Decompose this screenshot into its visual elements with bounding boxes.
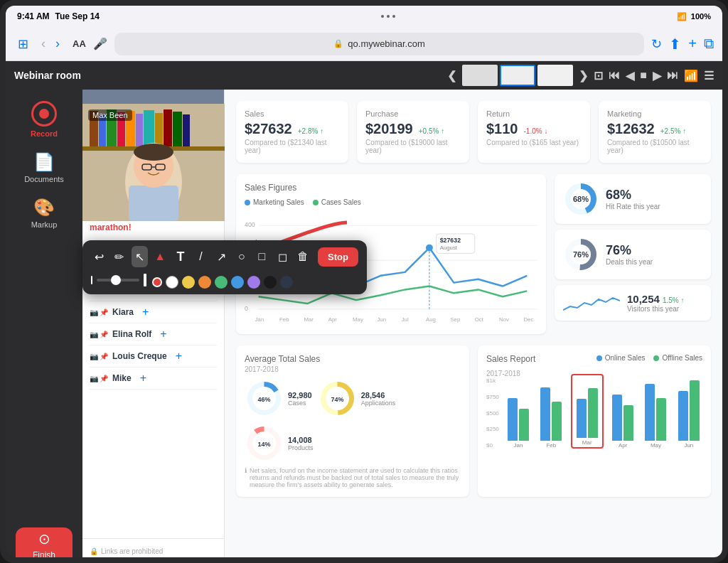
legend-dot-offline <box>653 355 659 361</box>
slide-thumb-2[interactable] <box>500 65 535 86</box>
products-label: Products <box>288 444 314 451</box>
color-white[interactable] <box>166 276 178 289</box>
color-red-small[interactable] <box>152 277 162 287</box>
bar-group-jan: Jan <box>505 377 532 449</box>
finish-icon: ⊙ <box>38 530 50 547</box>
add-participant-button[interactable]: + <box>140 372 146 385</box>
color-green[interactable] <box>215 276 228 289</box>
legend-dot-online <box>596 355 602 361</box>
lock-icon: 🔒 <box>333 39 343 48</box>
microphone-icon[interactable]: 🎤 <box>93 37 107 50</box>
sidebar-toggle-icon[interactable]: ⊞ <box>14 36 31 53</box>
back-button[interactable]: ‹ <box>38 35 48 53</box>
eraser-tool[interactable]: ◻ <box>274 246 291 267</box>
finish-button[interactable]: ⊙ Finish <box>16 527 73 563</box>
metric-info: 68% Hit Rate this year <box>606 188 702 210</box>
svg-rect-46 <box>183 114 190 146</box>
arrow-tool[interactable]: ↗ <box>213 246 230 267</box>
dot1 <box>381 15 384 18</box>
metric-pct: 76% <box>606 243 702 258</box>
p-icons: 📷 📌 <box>90 309 108 316</box>
slider-thumb[interactable] <box>111 275 121 285</box>
stat-change: +0.5% ↑ <box>419 127 444 135</box>
menu-icon[interactable]: ☰ <box>704 69 714 82</box>
svg-rect-44 <box>164 109 172 146</box>
slide-thumb-3[interactable] <box>537 65 573 86</box>
highlight-tool[interactable]: ▲ <box>152 246 168 267</box>
tabs-icon[interactable]: ⧉ <box>704 36 714 52</box>
color-black[interactable] <box>264 276 277 289</box>
svg-text:Aug: Aug <box>426 316 436 323</box>
right-stats: 68% 68% Hit Rate this year <box>555 174 711 334</box>
skip-back-icon[interactable]: ⏮ <box>609 69 620 82</box>
rectangle-tool[interactable]: □ <box>254 246 270 267</box>
pin-icon: 📌 <box>100 375 108 382</box>
bar-group-jun: Jun <box>675 377 702 449</box>
arrow-right-slides-icon[interactable]: ❯ <box>579 69 588 82</box>
undo-tool[interactable]: ↩ <box>91 246 107 267</box>
sidebar-item-documents[interactable]: 📄 Documents <box>16 146 73 189</box>
cases-count: 92,980 <box>288 391 312 400</box>
svg-text:Jan: Jan <box>255 316 264 323</box>
browser-actions: ⬆ + ⧉ <box>669 36 714 53</box>
arrow-left-slides-icon[interactable]: ❮ <box>447 69 456 82</box>
stat-card-purchase: Purchase $20199 +0.5% ↑ Compared to ($19… <box>357 101 469 163</box>
chat-input-area: 😊 ➤ <box>90 558 217 563</box>
url-bar[interactable]: 🔒 qo.mywebinar.com <box>114 33 645 55</box>
bar-label: Jan <box>514 442 523 449</box>
slider-track[interactable] <box>97 279 139 282</box>
bars <box>508 377 529 441</box>
svg-rect-49 <box>129 186 178 221</box>
add-participant-button[interactable]: + <box>176 350 182 363</box>
stat-sub: Compared to ($165 last year) <box>486 139 582 146</box>
refresh-icon[interactable]: ↻ <box>651 36 662 52</box>
markup-tools-row: ↩ ✏ ↖ ▲ T / ↗ ○ □ ◻ 🗑 Stop <box>91 246 358 267</box>
slide-thumb-1[interactable] <box>462 65 498 86</box>
text-tool[interactable]: T <box>173 246 189 267</box>
chat-area: 🔒 Links are prohibited 😊 ➤ <box>82 538 224 563</box>
p-icons: 📷 📌 <box>90 375 108 382</box>
donut-cases: 46% <box>245 379 284 418</box>
share-icon[interactable]: ⬆ <box>669 36 681 53</box>
stop-button[interactable]: Stop <box>318 247 358 267</box>
color-purple[interactable] <box>247 276 260 289</box>
cursor-tool[interactable]: ↖ <box>132 246 148 267</box>
play-icon[interactable]: ▶ <box>653 69 661 82</box>
circle-tool[interactable]: ○ <box>233 246 250 267</box>
svg-text:Mar: Mar <box>304 316 314 323</box>
stat-card-return: Return $110 -1.0% ↓ Compared to ($165 la… <box>478 101 590 163</box>
delete-tool[interactable]: 🗑 <box>294 246 311 267</box>
bars <box>645 377 666 441</box>
stop-icon[interactable]: ■ <box>640 69 647 82</box>
screen-share-icon[interactable]: ⊡ <box>594 69 603 82</box>
list-item: 📷 📌 Louis Creque + <box>90 345 217 368</box>
bar-online <box>508 398 518 441</box>
signal-icon: 📶 <box>684 69 698 82</box>
metric-desc: Deals this year <box>606 258 702 266</box>
svg-point-51 <box>134 144 173 161</box>
color-yellow[interactable] <box>182 276 195 289</box>
add-tab-icon[interactable]: + <box>688 36 697 52</box>
skip-forward-icon[interactable]: ⏭ <box>667 69 678 82</box>
sidebar-item-markup[interactable]: 🎨 Markup <box>16 192 73 235</box>
color-dark[interactable] <box>280 276 293 289</box>
color-orange[interactable] <box>198 276 211 289</box>
browser-nav: ‹ › <box>38 35 63 53</box>
line-tool[interactable]: / <box>193 246 209 267</box>
forward-button[interactable]: › <box>53 35 63 53</box>
y-label: $750 <box>486 394 499 400</box>
play-prev-icon[interactable]: ◀ <box>626 69 634 82</box>
chart-info: Sales Report 2017-2018 <box>486 354 535 377</box>
avg-metric-applications: 74% 28,546 Applications <box>318 379 396 418</box>
svg-text:May: May <box>353 316 363 323</box>
add-participant-button[interactable]: + <box>160 328 166 341</box>
list-item: 📷 📌 Kiara + <box>90 301 217 323</box>
pen-tool[interactable]: ✏ <box>112 246 128 267</box>
svg-text:Jul: Jul <box>402 316 409 323</box>
dashboard: Sales $27632 +2.8% ↑ Compared to ($21340… <box>225 90 722 563</box>
color-blue[interactable] <box>231 276 244 289</box>
sidebar-item-record[interactable]: Record <box>16 95 73 144</box>
add-participant-button[interactable]: + <box>142 306 149 318</box>
cam-icon: 📷 <box>90 353 98 360</box>
aa-button[interactable]: AA <box>73 38 86 49</box>
